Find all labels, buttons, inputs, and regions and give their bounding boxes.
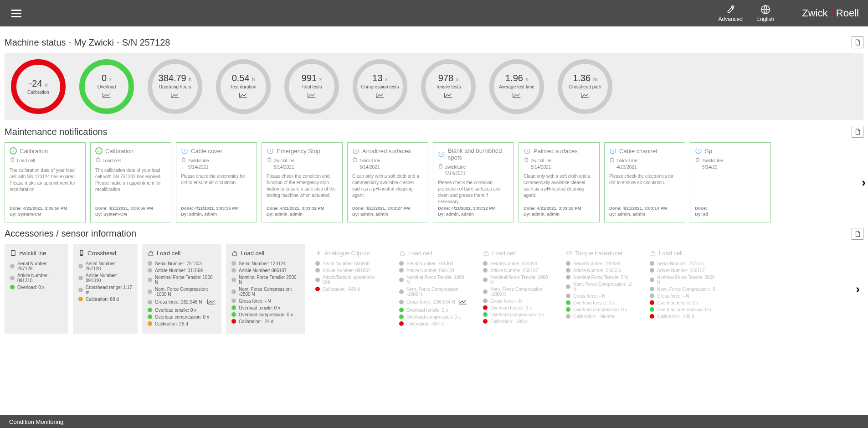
accessories-title-row: Accessories / sensor information: [5, 228, 863, 240]
status-dot: [650, 307, 654, 312]
notification-footer: Done: 4/21/2021, 3:05:56 PMBy: System-CM: [10, 205, 81, 217]
chart-icon: [102, 92, 111, 100]
language-button[interactable]: English: [756, 4, 774, 22]
accessory-title: Load cell: [483, 250, 550, 257]
chart-icon[interactable]: [207, 299, 216, 306]
notification-card[interactable]: Sp zwickiLine 5/14/20 Done:By: ad: [690, 142, 771, 222]
status-dot: [78, 288, 83, 292]
gauge-operating-hours[interactable]: 384.79 h Operating hours: [148, 59, 202, 114]
accessory-row: Serial Number: 751303: [148, 261, 216, 266]
gauge-overload[interactable]: 0 x Overload: [79, 59, 134, 114]
notification-text: Clean only with a soft cloth and a comme…: [524, 173, 595, 205]
accessory-row-text: Serial Number: 123124: [239, 261, 286, 266]
notification-footer: Done: 4/21/2021, 3:03:22 PMBy: admin, ad…: [438, 205, 509, 217]
accessory-row-text: Overload compression: 0 x: [406, 315, 461, 320]
accessory-row: Nominal Force Tensile: 2500 N: [231, 275, 300, 285]
notification-footer: Done: 4/21/2021, 3:05:56 PMBy: System-CM: [95, 205, 166, 217]
chart-icon: [580, 92, 590, 100]
notification-card[interactable]: ✓Calibration Load cell The calibration d…: [5, 142, 86, 222]
accessory-card[interactable]: Load cellSerial Number: 123124Article Nu…: [226, 244, 305, 334]
status-dot: [483, 299, 488, 303]
clipboard-icon: [609, 157, 615, 164]
gauge-total-tests[interactable]: 991 x Total tests: [284, 59, 339, 114]
accessory-row: Article Number: 066107: [650, 268, 718, 273]
notification-card[interactable]: Cable cover zwickiLine 5/14/2021 Please …: [176, 142, 257, 222]
status-dot: [315, 287, 320, 291]
schedule-icon: [695, 147, 702, 155]
chart-icon[interactable]: [458, 299, 467, 306]
notification-text: Please check the electronics for dirt to…: [609, 173, 680, 205]
menu-button[interactable]: [9, 5, 24, 21]
accessory-row-text: Nominal Force Tensile: 1000 N: [406, 275, 467, 285]
gauge-test-duration[interactable]: 0.54 h Test duration: [216, 59, 271, 114]
notification-card[interactable]: Blank and burnished spots zwickiLine 5/1…: [433, 142, 514, 222]
accessory-row: Gross force: 262.948 N: [148, 299, 216, 306]
accessory-title: Load cell: [650, 250, 718, 257]
status-dot: [650, 294, 654, 298]
notification-card[interactable]: ✓Calibration Load cell The calibration d…: [90, 142, 171, 222]
chart-icon: [239, 92, 248, 100]
notification-subtitle: Load cell: [10, 157, 81, 164]
notification-card[interactable]: Cable channel zwickiLine 4/23/2021 Pleas…: [604, 142, 685, 222]
check-icon: ✓: [10, 147, 17, 155]
accessory-row: Crosshead range: 1.17 m: [78, 285, 132, 295]
gauge-value: 0 x: [102, 73, 112, 83]
check-icon: ✓: [95, 147, 103, 155]
accessory-row: Serial Number: 257128: [78, 261, 132, 271]
gauge-calibration[interactable]: -24 d Calibration: [11, 59, 66, 114]
brand-logo: Zwick / Roell: [802, 7, 859, 19]
status-dot: [483, 261, 488, 266]
accessory-row-text: Serial Number: 444444: [490, 261, 537, 266]
svg-point-31: [570, 253, 570, 253]
gauge-compression-tests[interactable]: 13 x Compression tests: [353, 59, 407, 114]
status-dot: [650, 287, 654, 291]
accessory-card[interactable]: Load cellSerial Number: 751303Article Nu…: [142, 244, 221, 334]
notifications-title: Maintenance notifications: [5, 127, 108, 137]
document-icon: [854, 231, 861, 237]
notification-card[interactable]: Painted surfaces zwickiLine 5/14/2021 Cl…: [519, 142, 600, 222]
page-title-row: Machine status - My Zwicki - S/N 257128: [5, 36, 863, 48]
accessory-row: Overload compression: 0 x: [566, 307, 634, 312]
accessory-card[interactable]: Load cellSerial Number: 757575Article Nu…: [644, 244, 724, 334]
accessory-row-text: Overload: 0 x: [17, 285, 44, 290]
accessory-row: Nom. Force Compression: -5: [650, 287, 718, 292]
accessories-next[interactable]: ›: [856, 282, 860, 296]
accessory-row-text: Nom. Force Compression: -5: [657, 287, 715, 292]
accessory-row-text: Calibration: - Months: [573, 314, 615, 319]
accessory-row: Article Number: 066107: [231, 268, 300, 273]
status-dot: [231, 278, 236, 282]
accessory-card[interactable]: Load cellSerial Number: 444444Article Nu…: [478, 244, 556, 334]
chart-icon: [170, 92, 180, 100]
accessory-row: Overload: 0 x: [10, 285, 63, 290]
accessory-card[interactable]: zwickiLineSerial Number: 257128Article N…: [5, 244, 68, 334]
svg-point-28: [81, 254, 82, 255]
accessory-row: Overload tensile: 0 x: [148, 308, 216, 313]
accessory-row-text: Attach/Detach operations: 189: [323, 275, 384, 285]
accessory-row-text: Gross force: - N: [490, 299, 523, 304]
notification-subtitle: zwickiLine: [267, 157, 338, 164]
status-dot: [78, 297, 83, 301]
page-title-action[interactable]: [852, 36, 863, 48]
gauge-average-test-time[interactable]: 1.96 s Average test time: [489, 59, 544, 114]
accessory-row: Nominal Force Tensile: 1000 N: [148, 275, 216, 285]
accessory-card[interactable]: Torque transducerSerial Number: 781939Ar…: [560, 244, 640, 334]
gauge-tensile-tests[interactable]: 978 x Tensile tests: [421, 59, 476, 114]
gauge-crosshead-path[interactable]: 1.36 m Crosshead path: [558, 59, 612, 114]
accessory-card[interactable]: Load cellSerial Number: 751303Article Nu…: [394, 244, 473, 334]
accessory-card[interactable]: CrossheadSerial Number: 257128Article Nu…: [73, 244, 138, 334]
notification-card[interactable]: Anodized surfaces zwickiLine 5/14/2021 C…: [347, 142, 428, 222]
accessory-row-text: Article Number: 066107: [490, 268, 538, 273]
notification-card[interactable]: Emergency Stop zwickiLine 5/14/2021 Plea…: [262, 142, 343, 222]
status-dot: [566, 268, 570, 273]
notifications-next[interactable]: ›: [862, 175, 866, 189]
accessory-row-text: Article Number: 066134: [406, 268, 454, 273]
accessory-card[interactable]: Analogue Clip-onSerial Number: 666666Art…: [310, 244, 389, 334]
status-dot: [399, 289, 404, 294]
notifications-action[interactable]: [852, 126, 863, 138]
advanced-button[interactable]: Advanced: [719, 4, 743, 22]
wrench-icon: [725, 4, 736, 15]
footer-text: Condition Monitoring: [9, 418, 63, 425]
accessories-action[interactable]: [852, 228, 863, 240]
notification-footer: Done:By: ad: [695, 205, 766, 217]
accessory-row-text: Nom. Force Compression: -1000 N: [490, 287, 550, 297]
